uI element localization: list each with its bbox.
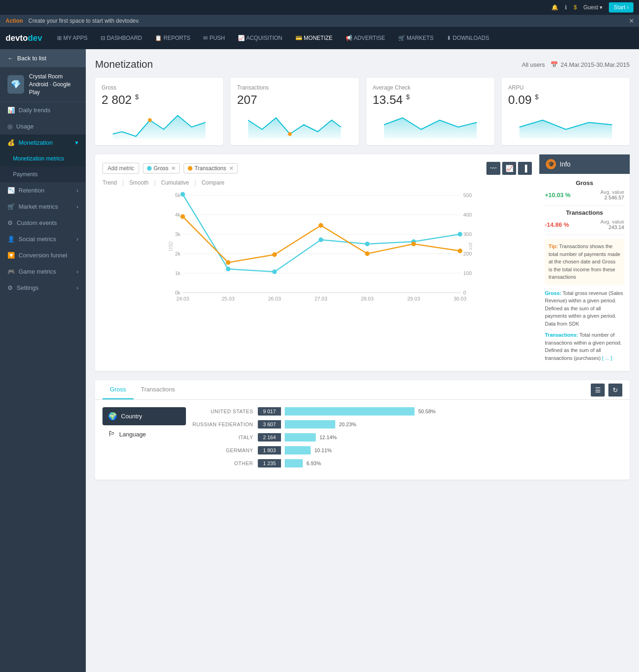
bar-chart-view-button[interactable]: ▐ (518, 162, 532, 175)
svg-point-37 (458, 249, 462, 253)
info-icon[interactable]: ℹ (565, 4, 567, 11)
nav-my-apps[interactable]: ⊞ MY APPS (51, 32, 93, 44)
country-table: 🌍 Country 🏳 Language UNITED STATES 9 017 (95, 400, 630, 480)
tab-transactions[interactable]: Transactions (134, 380, 183, 399)
dollar-icon[interactable]: $ (574, 4, 577, 11)
cumulative-option[interactable]: Cumulative (161, 179, 189, 186)
country-bar-us (285, 407, 415, 416)
refresh-button[interactable]: ↻ (608, 384, 622, 397)
add-metric-button[interactable]: Add metric (102, 163, 139, 174)
metrics-row: Gross 2 802 $ Transactions 207 (95, 78, 630, 145)
sidebar-item-monetization[interactable]: 💰Monetization ▾ (0, 134, 86, 151)
gross-tag-label: Gross (153, 165, 168, 172)
transactions-tag-label: Transactions (194, 165, 226, 172)
back-to-list-button[interactable]: ← Back to list (0, 49, 86, 67)
info-panel-header: 🎓 Info (539, 154, 630, 174)
nav-push[interactable]: ✉ PUSH (198, 32, 230, 44)
svg-point-35 (365, 251, 370, 256)
main-chart-svg: 5k 4k 3k 2k 1k 0k 500 400 300 200 100 0 (102, 191, 532, 311)
svg-text:27.03: 27.03 (314, 296, 327, 301)
sidebar-item-custom-events[interactable]: ⚙Custom events (0, 215, 86, 231)
date-range[interactable]: 📅 24.Mar.2015-30.Mar.2015 (550, 61, 630, 68)
chevron-right-icon-3: › (77, 236, 78, 243)
more-link[interactable]: [ ... ] (602, 355, 612, 361)
transactions-stats: -14.86 % Avg. value 243.14 (545, 219, 624, 230)
bottom-section: Gross Transactions ☰ ↻ 🌍 Country 🏳 Lang (95, 380, 630, 480)
monetization-icon: 💰 (7, 139, 15, 146)
svg-point-36 (411, 242, 416, 246)
nav-acquisition[interactable]: 📈 ACQUISITION (232, 32, 288, 44)
svg-text:25.03: 25.03 (222, 296, 235, 301)
transactions-value: 207 (237, 93, 352, 107)
country-value-other: 1 235 (258, 459, 281, 467)
metric-tag-transactions: Transactions ✕ (184, 163, 237, 173)
app-icon: 💎 (7, 75, 24, 94)
bell-icon[interactable]: 🔔 (551, 4, 558, 11)
table-row: RUSSIAN FEDERATION 3 607 20.23% (186, 420, 622, 429)
info-header-icon: 🎓 (546, 159, 556, 169)
tip-label: Tip: (549, 243, 558, 249)
country-filter-country[interactable]: 🌍 Country (102, 407, 186, 425)
table-row: GERMANY 1 803 10.11% (186, 446, 622, 454)
main-content: Monetization All users 📅 24.Mar.2015-30.… (86, 49, 639, 672)
calendar-icon: 📅 (550, 61, 558, 68)
bottom-tabs: Gross Transactions ☰ ↻ (95, 380, 630, 400)
nav-dashboard[interactable]: ⊟ DASHBOARD (95, 32, 147, 44)
svg-marker-4 (384, 118, 477, 139)
transactions-desc-label: Transactions: (545, 332, 578, 338)
start-button[interactable]: Start › (609, 2, 633, 13)
table-view-button[interactable]: ☰ (591, 384, 605, 397)
gross-stats: +10.03 % Avg. value 2 546.57 (545, 189, 624, 200)
svg-text:5k: 5k (175, 192, 180, 198)
transactions-mini-chart (237, 111, 352, 139)
flag-icon: 🏳 (108, 430, 115, 438)
sidebar-item-social-metrics[interactable]: 👤Social metrics › (0, 231, 86, 247)
svg-text:200: 200 (463, 251, 472, 256)
guest-menu[interactable]: Guest ▾ (583, 4, 602, 11)
sidebar-item-game-metrics[interactable]: 🎮Game metrics › (0, 263, 86, 280)
chart-sub-toolbar: Trend | Smooth | Cumulative | Compare (102, 179, 532, 186)
line-chart-view-button[interactable]: 〰 (486, 162, 500, 175)
nav-reports[interactable]: 📋 REPORTS (149, 32, 196, 44)
sidebar-item-daily-trends[interactable]: 📊Daily trends (0, 102, 86, 118)
sidebar-item-settings[interactable]: ⚙Settings › (0, 280, 86, 296)
sidebar-item-monetization-metrics[interactable]: Monetization metrics (0, 151, 86, 166)
area-chart-view-button[interactable]: 📈 (502, 162, 516, 175)
nav-downloads[interactable]: ⬇ DOWNLOADS (441, 32, 495, 44)
close-action-bar-button[interactable]: ✕ (629, 17, 634, 25)
chevron-right-icon-2: › (77, 203, 78, 210)
svg-point-27 (319, 237, 323, 242)
gross-remove-button[interactable]: ✕ (171, 165, 176, 172)
settings-icon: ⚙ (7, 284, 13, 291)
metric-card-arpu: ARPU 0.09 $ (502, 78, 630, 145)
svg-point-33 (272, 252, 277, 257)
nav-markets[interactable]: 🛒 MARKETS (393, 32, 439, 44)
sidebar-item-retention[interactable]: 📉Retention › (0, 182, 86, 198)
action-text: Create your first space to start with de… (28, 18, 140, 24)
svg-text:300: 300 (463, 231, 472, 237)
sidebar-item-market-metrics[interactable]: 🛒Market metrics › (0, 198, 86, 215)
compare-option[interactable]: Compare (202, 179, 224, 186)
svg-point-34 (319, 223, 323, 228)
country-filter-language[interactable]: 🏳 Language (102, 425, 186, 443)
svg-text:2k: 2k (175, 251, 180, 256)
nav-advertise[interactable]: 📢 ADVERTISE (340, 32, 390, 44)
nav-monetize[interactable]: 💳 MONETIZE (290, 32, 338, 44)
tab-gross[interactable]: Gross (102, 380, 134, 399)
transactions-remove-button[interactable]: ✕ (229, 165, 234, 172)
chevron-right-icon: › (77, 187, 78, 194)
sidebar-item-payments[interactable]: Payments (0, 166, 86, 182)
sidebar-item-usage[interactable]: ◎Usage (0, 118, 86, 134)
sidebar-item-conversion-funnel[interactable]: 🔽Conversion funnel (0, 247, 86, 263)
country-bar-wrap-de: 1 803 10.11% (258, 446, 622, 454)
svg-text:USD: USD (168, 241, 173, 251)
page-header-right: All users 📅 24.Mar.2015-30.Mar.2015 (522, 61, 630, 68)
custom-events-icon: ⚙ (7, 219, 13, 226)
smooth-option[interactable]: Smooth (129, 179, 148, 186)
svg-text:28.03: 28.03 (361, 296, 374, 301)
country-bar-wrap-it: 2 164 12.14% (258, 433, 622, 442)
sidebar-app-info: 💎 Crystal RoomAndroid · Google Play (0, 67, 86, 102)
trend-option[interactable]: Trend (102, 179, 117, 186)
page-header: Monetization All users 📅 24.Mar.2015-30.… (95, 58, 630, 70)
country-name-it: ITALY (186, 435, 253, 440)
